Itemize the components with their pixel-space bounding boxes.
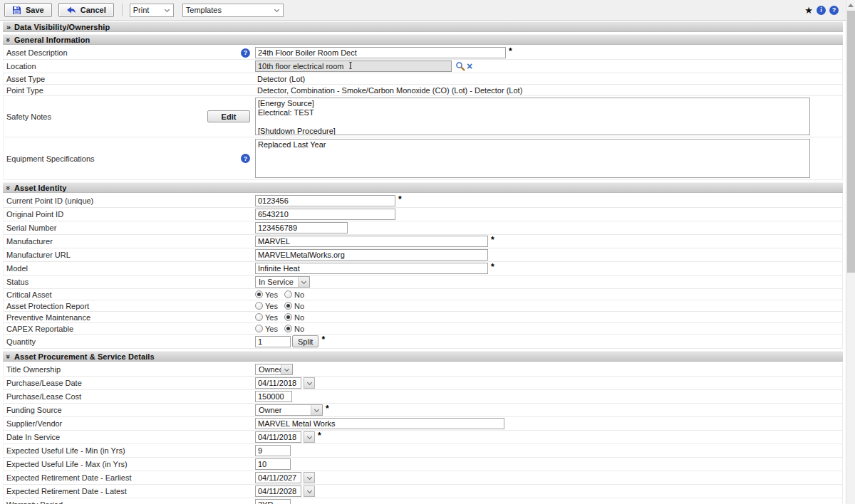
floppy-disk-icon bbox=[12, 6, 21, 15]
row-title-ownership: Title OwnershipOwned bbox=[4, 363, 842, 377]
expected-retirement-date-earliest-input[interactable] bbox=[255, 472, 301, 483]
field-label-cell: Supplier/Vendor bbox=[4, 419, 254, 428]
edit-button[interactable]: Edit bbox=[207, 110, 250, 122]
section-header-asset-identity[interactable]: » Asset Identity bbox=[3, 182, 843, 193]
field-label-cell: Original Point ID bbox=[4, 210, 254, 219]
asset-protection-report-no-radio[interactable]: No bbox=[284, 302, 304, 310]
cancel-button[interactable]: Cancel bbox=[58, 3, 114, 17]
print-select[interactable]: Print bbox=[130, 4, 174, 17]
field-label: Supplier/Vendor bbox=[4, 419, 62, 428]
collapse-icon[interactable]: » bbox=[5, 351, 12, 362]
calendar-dropdown-icon[interactable] bbox=[304, 485, 315, 497]
field-label: Purchase/Lease Cost bbox=[4, 392, 81, 401]
chevron-down-icon bbox=[162, 4, 173, 16]
date-in-service-input[interactable] bbox=[255, 431, 301, 443]
collapse-icon[interactable]: » bbox=[5, 34, 12, 46]
field-control-cell bbox=[254, 97, 842, 136]
current-point-id-unique-input[interactable] bbox=[255, 195, 395, 206]
quantity-input[interactable] bbox=[255, 336, 291, 347]
field-label-cell: Purchase/Lease Cost bbox=[4, 392, 254, 401]
section-header-data-visibility-ownership[interactable]: » Data Visibility/Ownership bbox=[3, 21, 843, 32]
chevron-shape bbox=[284, 366, 289, 371]
manufacturer-input[interactable] bbox=[255, 236, 488, 247]
field-control-cell: * bbox=[254, 431, 842, 443]
warranty-period-input[interactable] bbox=[255, 499, 291, 504]
equipment-specifications-textarea[interactable] bbox=[255, 139, 810, 178]
scrollbar-thumb[interactable] bbox=[847, 11, 855, 273]
critical-asset-yes-radio[interactable]: Yes bbox=[255, 290, 278, 299]
radio-icon bbox=[255, 290, 263, 298]
split-button[interactable]: Split bbox=[292, 335, 318, 347]
field-control-cell bbox=[254, 498, 842, 504]
expected-useful-life-max-in-yrs-input[interactable] bbox=[255, 458, 291, 470]
help-icon[interactable]: ? bbox=[241, 48, 250, 58]
row-original-point-id: Original Point ID bbox=[4, 208, 842, 221]
field-label: Point Type bbox=[4, 86, 43, 95]
field-label-cell: Manufacturer URL bbox=[4, 251, 254, 259]
expected-useful-life-min-in-yrs-input[interactable] bbox=[255, 445, 291, 456]
clear-icon[interactable]: × bbox=[467, 62, 472, 70]
row-expected-useful-life-min-in-yrs: Expected Useful Life - Min (in Yrs) bbox=[4, 444, 842, 458]
row-safety-notes: Safety NotesEdit bbox=[4, 96, 842, 137]
manufacturer-url-input[interactable] bbox=[255, 249, 488, 261]
supplier-vendor-input[interactable] bbox=[255, 418, 504, 429]
preventive-maintenance-no-radio[interactable]: No bbox=[284, 313, 304, 322]
preventive-maintenance-yes-radio[interactable]: Yes bbox=[255, 313, 278, 322]
toolbar-divider bbox=[122, 4, 123, 16]
capex-reportable-no-radio[interactable]: No bbox=[284, 325, 304, 333]
field-control-cell: * bbox=[254, 235, 842, 248]
search-icon[interactable] bbox=[455, 61, 465, 71]
asset-protection-report-yes-radio[interactable]: Yes bbox=[255, 302, 278, 310]
field-label-cell: Preventive Maintenance bbox=[4, 313, 254, 322]
save-label: Save bbox=[26, 6, 44, 14]
row-preventive-maintenance: Preventive MaintenanceYesNo bbox=[4, 312, 842, 323]
purchase-lease-cost-input[interactable] bbox=[255, 391, 292, 402]
model-input[interactable] bbox=[255, 263, 488, 274]
section-header-asset-procurement[interactable]: » Asset Procurement & Service Details bbox=[3, 351, 843, 362]
field-label: CAPEX Reportable bbox=[4, 325, 73, 333]
help-icon[interactable]: ? bbox=[241, 154, 250, 163]
radio-label: No bbox=[294, 325, 304, 333]
field-control-cell: * bbox=[254, 46, 842, 59]
calendar-dropdown-icon[interactable] bbox=[304, 472, 315, 483]
calendar-dropdown-icon[interactable] bbox=[304, 431, 315, 443]
chevron-down-icon bbox=[271, 4, 283, 16]
section-header-general-information[interactable]: » General Information bbox=[3, 34, 843, 45]
status-select[interactable]: In Service bbox=[255, 276, 310, 288]
help-icon[interactable]: ? bbox=[829, 6, 839, 15]
capex-reportable-yes-radio[interactable]: Yes bbox=[255, 325, 278, 333]
templates-select[interactable]: Templates bbox=[182, 4, 284, 17]
radio-label: No bbox=[294, 313, 304, 322]
serial-number-input[interactable] bbox=[255, 222, 348, 233]
purchase-lease-date-input[interactable] bbox=[255, 377, 301, 389]
funding-source-select[interactable]: Owner bbox=[255, 404, 323, 416]
field-label-cell: Expected Useful Life - Max (in Yrs) bbox=[4, 460, 254, 468]
row-manufacturer: Manufacturer* bbox=[4, 235, 842, 248]
radio-label: Yes bbox=[265, 290, 278, 299]
location-input[interactable]: 10th floor electrical roomI bbox=[255, 61, 452, 72]
expand-icon[interactable]: » bbox=[3, 23, 14, 31]
expected-retirement-date-latest-input[interactable] bbox=[255, 485, 301, 497]
scroll-up-button[interactable] bbox=[846, 0, 855, 10]
favorite-star-icon[interactable]: ★ bbox=[804, 6, 813, 15]
toolbar-right-icons: ★ i ? bbox=[804, 6, 839, 15]
safety-notes-textarea[interactable] bbox=[255, 98, 810, 135]
critical-asset-no-radio[interactable]: No bbox=[284, 290, 304, 299]
save-button[interactable]: Save bbox=[4, 3, 52, 17]
asset-description-input[interactable] bbox=[255, 47, 506, 58]
field-control-cell: Split* bbox=[254, 335, 842, 348]
page-scrollbar[interactable] bbox=[846, 0, 855, 504]
field-label: Original Point ID bbox=[4, 210, 63, 219]
row-point-type: Point TypeDetector, Combination - Smoke/… bbox=[4, 85, 842, 96]
field-label-cell: Serial Number bbox=[4, 224, 254, 232]
row-warranty-period: Warranty Period bbox=[4, 498, 842, 504]
field-control-cell bbox=[254, 377, 842, 389]
info-icon[interactable]: i bbox=[817, 6, 826, 15]
collapse-icon[interactable]: » bbox=[5, 182, 12, 194]
radio-icon bbox=[284, 302, 292, 310]
original-point-id-input[interactable] bbox=[255, 209, 395, 220]
title-ownership-select[interactable]: Owned bbox=[255, 364, 293, 375]
field-label-cell: Expected Useful Life - Min (in Yrs) bbox=[4, 446, 254, 455]
calendar-dropdown-icon[interactable] bbox=[304, 377, 315, 389]
field-label-cell: Funding Source bbox=[4, 406, 254, 414]
